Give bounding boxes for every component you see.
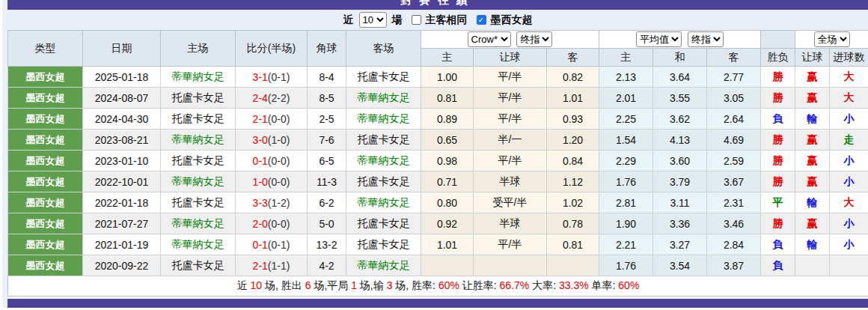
col-crow-away: 客 <box>547 49 599 67</box>
corner-score: 4-2 <box>308 255 346 276</box>
home-team: 托盧卡女足 <box>161 151 236 171</box>
score-cell: 1-0(0-0) <box>236 171 308 192</box>
result-cell: 勝 <box>761 130 795 151</box>
result-cell: 平 <box>761 192 795 213</box>
handicap-result-cell: 赢 <box>795 171 830 192</box>
summary-segment: 场, 胜出 <box>265 279 305 291</box>
home-team: 托盧卡女足 <box>161 109 236 130</box>
fulltime-score: 2-1 <box>253 260 268 272</box>
col-avg-home: 主 <box>599 49 653 67</box>
league-filter-checkbox[interactable] <box>477 15 486 25</box>
average-stage-select[interactable]: 终指 <box>688 31 724 47</box>
col-avg-draw: 和 <box>653 49 707 67</box>
table-row: 墨西女超 2021-01-19 蒂華納女足 0-1(0-1) 13-2 托盧卡女… <box>8 234 868 255</box>
col-crow-handicap: 让球 <box>474 49 547 67</box>
title-bar: 對賽往績 <box>7 0 868 10</box>
handicap-line: 平/半 <box>474 234 547 255</box>
avg-draw-odds: 3.54 <box>653 255 707 276</box>
score-cell: 2-1(0-0) <box>236 109 308 130</box>
bookmaker-select-cell: Crow* 终指 <box>421 31 599 49</box>
avg-home-odds: 2.21 <box>599 234 653 255</box>
halftime-score: (1-1) <box>268 260 290 272</box>
handicap-result-cell: 輸 <box>795 109 830 130</box>
corner-score: 8-4 <box>308 67 346 88</box>
handicap-line: 平/半 <box>474 109 547 130</box>
halftime-score: (1-2) <box>268 197 290 209</box>
match-date: 2024-04-30 <box>83 109 161 130</box>
crow-away-odds: 1.02 <box>547 192 599 213</box>
handicap-line <box>474 255 547 276</box>
match-date: 2025-01-18 <box>83 67 161 88</box>
corner-score: 6-2 <box>308 192 346 213</box>
score-cell: 2-1(1-1) <box>236 255 308 276</box>
avg-away-odds: 3.46 <box>707 213 761 234</box>
recent-count-select[interactable]: 10 <box>359 12 387 28</box>
league-type-badge: 墨西女超 <box>8 171 83 192</box>
result-cell: 勝 <box>761 151 795 171</box>
halftime-score: (0-0) <box>268 155 290 167</box>
avg-away-odds: 2.31 <box>707 192 761 213</box>
table-row: 墨西女超 2024-04-30 托盧卡女足 2-1(0-0) 2-5 蒂華納女足… <box>8 109 868 130</box>
match-date: 2021-01-19 <box>83 234 161 255</box>
goals-result-cell: 小 <box>830 171 868 192</box>
avg-away-odds: 4.69 <box>707 130 761 151</box>
handicap-result-cell: 輸 <box>795 234 830 255</box>
crow-home-odds: 0.98 <box>421 151 474 171</box>
same-venue-checkbox[interactable] <box>412 15 421 25</box>
match-date: 2021-07-27 <box>83 213 161 234</box>
handicap-line: 平/半 <box>474 67 547 88</box>
handicap-result-cell: 赢 <box>795 213 830 234</box>
table-row: 墨西女超 2023-08-21 蒂華納女足 3-0(1-0) 7-6 托盧卡女足… <box>8 130 868 151</box>
avg-home-odds: 1.90 <box>599 213 653 234</box>
bookmaker-select[interactable]: Crow* <box>468 31 511 47</box>
away-team: 蒂華納女足 <box>346 109 421 130</box>
avg-draw-odds: 3.36 <box>653 213 707 234</box>
league-type-badge: 墨西女超 <box>8 255 83 276</box>
scope-select[interactable]: 全场 <box>814 31 850 47</box>
average-select-cell: 平均值 终指 <box>599 31 761 49</box>
league-type-badge: 墨西女超 <box>8 213 83 234</box>
col-away: 客场 <box>346 31 421 67</box>
crow-home-odds: 0.92 <box>421 213 474 234</box>
summary-segment: 66.7% <box>500 279 530 291</box>
col-handicap-result: 让球 <box>795 49 830 67</box>
summary-segment: 让胜率: <box>462 279 500 291</box>
crow-away-odds: 0.82 <box>547 67 599 88</box>
home-team: 托盧卡女足 <box>161 88 236 109</box>
avg-draw-odds: 3.60 <box>653 151 707 171</box>
result-cell: 負 <box>761 255 795 276</box>
recent-label: 近 <box>343 13 354 27</box>
fulltime-score: 2-1 <box>253 113 268 125</box>
corner-score: 5-0 <box>308 213 346 234</box>
result-cell: 負 <box>761 234 795 255</box>
average-select[interactable]: 平均值 <box>636 31 682 47</box>
col-avg-away: 客 <box>707 49 761 67</box>
handicap-line: 半球 <box>474 171 547 192</box>
goals-result-cell: 走 <box>830 130 868 151</box>
table-row: 墨西女超 2024-08-07 托盧卡女足 2-4(2-2) 8-5 蒂華納女足… <box>8 88 868 109</box>
h2h-history-table: 类型 日期 主场 比分(半场) 角球 客场 Crow* 终指 平均值 终指 全场 <box>7 30 868 297</box>
crow-home-odds <box>421 255 474 276</box>
avg-draw-odds: 3.27 <box>653 234 707 255</box>
avg-draw-odds: 3.55 <box>653 88 707 109</box>
goals-result-cell: 小 <box>830 213 868 234</box>
handicap-result-cell: 赢 <box>795 151 830 171</box>
fulltime-score: 2-0 <box>253 218 268 230</box>
away-team: 蒂華納女足 <box>346 255 421 276</box>
away-team: 托盧卡女足 <box>346 171 421 192</box>
table-row: 墨西女超 2025-01-18 蒂華納女足 3-1(0-1) 8-4 托盧卡女足… <box>8 67 868 88</box>
away-team: 托盧卡女足 <box>346 213 421 234</box>
crow-away-odds: 0.78 <box>547 213 599 234</box>
summary-segment: 60% <box>438 279 459 291</box>
bookmaker-stage-select[interactable]: 终指 <box>516 31 552 47</box>
halftime-score: (0-1) <box>268 71 290 83</box>
goals-result-cell: 大 <box>830 67 868 88</box>
summary-segment: 60% <box>618 279 639 291</box>
crow-away-odds <box>547 255 599 276</box>
avg-away-odds: 3.67 <box>707 171 761 192</box>
filter-controls: 近 10 場 主客相同 墨西女超 <box>7 10 868 30</box>
halftime-score: (1-0) <box>268 134 290 146</box>
away-team: 蒂華納女足 <box>346 151 421 171</box>
handicap-line: 平/半 <box>474 88 547 109</box>
avg-draw-odds: 3.79 <box>653 171 707 192</box>
